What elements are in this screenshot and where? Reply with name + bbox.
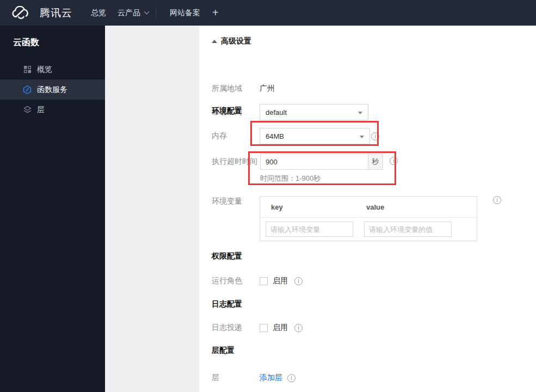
envvar-info-icon[interactable]: i bbox=[493, 196, 501, 204]
memory-info-icon[interactable]: i bbox=[371, 132, 379, 140]
grid-icon bbox=[23, 65, 32, 74]
sidebar-menu: 概览 函数服务 层 bbox=[0, 59, 105, 120]
envvar-value-column-header: value bbox=[366, 203, 384, 211]
runrole-row: 运行角色 启用 i bbox=[212, 277, 303, 285]
logdel-checkbox-label[interactable]: 启用 bbox=[273, 323, 288, 333]
tencent-cloud-logo-icon bbox=[11, 6, 29, 20]
timeout-row: 执行超时时间 秒 bbox=[212, 154, 383, 170]
region-value: 广州 bbox=[260, 84, 275, 94]
advanced-settings-toggle[interactable]: 高级设置 bbox=[212, 36, 251, 46]
envvar-table-header: key value bbox=[260, 197, 477, 218]
memory-row: 内存 64MB bbox=[212, 128, 370, 144]
envvar-table: key value bbox=[260, 196, 477, 241]
nav-item-icp-filing[interactable]: 网站备案 bbox=[170, 8, 200, 18]
layer-label: 层 bbox=[212, 373, 260, 383]
logdel-checkbox[interactable] bbox=[260, 324, 268, 332]
timeout-label: 执行超时时间 bbox=[212, 157, 260, 167]
settings-form: 高级设置 所属地域 广州 . 命名空间 default 环境配置 内存 64MB… bbox=[199, 26, 536, 392]
sidebar-item-function-service[interactable]: 函数服务 bbox=[0, 79, 105, 100]
nav-products-label: 云产品 bbox=[118, 8, 140, 18]
envvar-key-input[interactable] bbox=[266, 222, 353, 237]
namespace-selected-value: default bbox=[266, 108, 287, 117]
sidebar-title: 云函数 bbox=[0, 26, 105, 48]
timeout-input-group: 秒 bbox=[260, 154, 383, 170]
runrole-label: 运行角色 bbox=[212, 276, 260, 286]
logdel-label: 日志投递 bbox=[212, 323, 260, 333]
runrole-info-icon[interactable]: i bbox=[294, 277, 303, 285]
chevron-down-icon bbox=[360, 136, 364, 138]
timeout-input[interactable] bbox=[260, 154, 368, 170]
layer-row: 层 添加层 i bbox=[212, 373, 295, 382]
top-navbar: 腾讯云 总览 云产品 网站备案 + bbox=[0, 0, 536, 26]
namespace-select[interactable]: default bbox=[260, 104, 368, 120]
layers-icon bbox=[23, 106, 32, 114]
triangle-up-icon bbox=[212, 40, 217, 43]
nav-item-overview[interactable]: 总览 bbox=[91, 8, 106, 18]
nav-divider bbox=[156, 8, 156, 18]
section-env-config: 环境配置 bbox=[212, 106, 242, 116]
envvar-value-input[interactable] bbox=[364, 222, 452, 237]
namespace-row: . bbox=[212, 78, 260, 95]
nav-add-tab-button[interactable]: + bbox=[212, 7, 219, 19]
memory-label: 内存 bbox=[212, 131, 260, 141]
timeout-hint: 时间范围：1-900秒 bbox=[260, 174, 321, 183]
sidebar-item-overview[interactable]: 概览 bbox=[0, 59, 105, 79]
brand-name: 腾讯云 bbox=[40, 6, 72, 20]
section-log-config: 日志配置 bbox=[212, 299, 242, 309]
chevron-down-icon bbox=[358, 112, 362, 114]
tencent-cloud-brand[interactable]: 腾讯云 bbox=[11, 6, 72, 20]
sidebar-item-layers[interactable]: 层 bbox=[0, 100, 105, 120]
sidebar-item-label: 概览 bbox=[37, 65, 52, 75]
advanced-settings-label: 高级设置 bbox=[221, 36, 251, 46]
timeout-unit-suffix: 秒 bbox=[368, 154, 383, 170]
section-permission-config: 权限配置 bbox=[212, 252, 242, 261]
section-layer-config: 层配置 bbox=[212, 346, 235, 356]
runrole-checkbox-label[interactable]: 启用 bbox=[273, 276, 288, 286]
nav-item-cloud-products[interactable]: 云产品 bbox=[118, 8, 149, 18]
logdel-row: 日志投递 启用 i bbox=[212, 323, 303, 332]
runrole-checkbox[interactable] bbox=[260, 277, 268, 285]
sidebar: 云函数 概览 函数服务 bbox=[0, 26, 105, 392]
hexagon-function-icon bbox=[23, 85, 32, 94]
sidebar-item-label: 函数服务 bbox=[37, 85, 67, 95]
logdel-info-icon[interactable]: i bbox=[294, 324, 303, 332]
secondary-panel bbox=[105, 26, 199, 392]
envvar-key-column-header: key bbox=[271, 203, 366, 211]
add-layer-link[interactable]: 添加层 bbox=[260, 373, 282, 383]
chevron-down-icon bbox=[144, 9, 150, 15]
sidebar-item-label: 层 bbox=[37, 105, 45, 115]
timeout-info-icon[interactable]: i bbox=[390, 157, 398, 165]
memory-select[interactable]: 64MB bbox=[260, 128, 370, 144]
memory-selected-value: 64MB bbox=[266, 132, 284, 140]
envvar-label: 环境变量 bbox=[212, 197, 260, 206]
layer-info-icon[interactable]: i bbox=[287, 374, 295, 382]
envvar-table-row bbox=[260, 218, 477, 241]
